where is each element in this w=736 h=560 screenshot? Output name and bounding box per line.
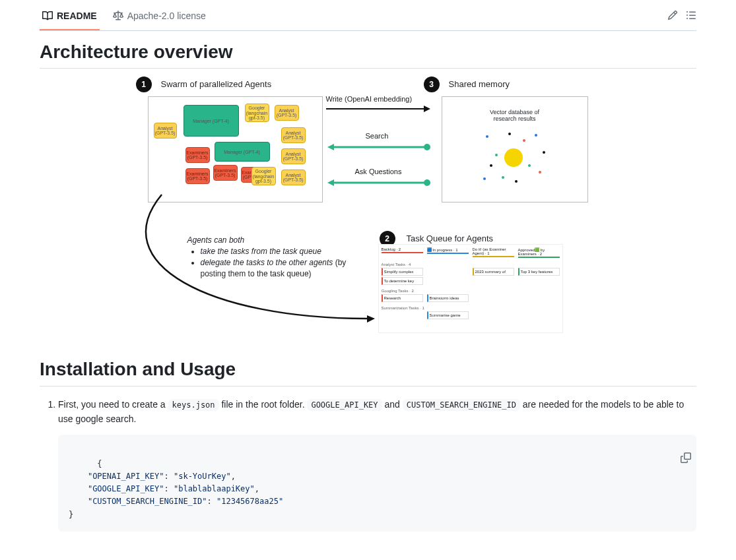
svg-marker-1 <box>424 106 430 112</box>
inline-code-keysjson: keys.json <box>168 399 219 411</box>
task-queue-box: Backlog · 2 🟦 In progress · 1 Do it! (as… <box>378 244 563 333</box>
swarm-box: Analyst (GPT-3.5) Manager (GPT-4) Manage… <box>148 96 323 202</box>
tq-card: Brainstorm ideas <box>427 294 469 302</box>
code-block-keys: { "OPENAI_API_KEY": "sk-YoUrKey", "GOOGL… <box>58 435 696 532</box>
tq-card: Summarise game <box>427 311 469 319</box>
note-item-1: take the tasks from the task queue <box>201 246 359 257</box>
step-label-2: Task Queue for Agents <box>407 233 494 243</box>
law-icon <box>113 11 123 21</box>
arrow-write <box>326 104 432 113</box>
agent-googler: Googler (langchain gpt-3.5) <box>245 104 269 122</box>
edit-button[interactable] <box>667 10 678 22</box>
agent-analyst4: Analyst (GPT-3.5) <box>281 148 306 164</box>
tab-license[interactable]: Apache-2.0 license <box>110 5 209 30</box>
arrow-label-ask: Ask Questions <box>355 168 402 175</box>
tab-readme[interactable]: README <box>40 5 100 30</box>
svg-marker-4 <box>327 144 334 150</box>
tq-col-approved: Approved🟩 by Examiners · 2 <box>518 247 560 258</box>
tq-col-inprogress: 🟦 In progress · 1 <box>427 247 469 254</box>
outline-button[interactable] <box>686 10 696 22</box>
tq-card: To determine key <box>382 277 423 285</box>
agent-analyst3: Analyst (GPT-3.5) <box>281 127 306 143</box>
agent-googler2: Googler (langchain gpt-3.5) <box>251 167 276 185</box>
arrow-label-search: Search <box>366 132 389 140</box>
tab-readme-label: README <box>57 11 97 21</box>
pencil-icon <box>667 10 678 20</box>
agent-examiner3: Examiners (GPT-3.5) <box>185 168 210 184</box>
tq-card: Simplify complex <box>382 268 423 276</box>
tq-section-summ: Summarization Tasks · 1 <box>382 306 560 310</box>
agent-manager2: Manager (GPT-4) <box>215 142 270 162</box>
tq-card: 2023 summary of <box>473 268 514 276</box>
readme-tabbar: README Apache-2.0 license <box>40 0 696 31</box>
agent-analyst2: Analyst (GPT-3.5) <box>275 105 299 121</box>
tq-section-analyst: Analyst Tasks · 4 <box>382 263 560 266</box>
agent-examiner2: Examiners (GPT-3.5) <box>213 165 238 181</box>
tq-section-googling: Googling Tasks · 2 <box>382 289 560 293</box>
agent-manager: Manager (GPT-4) <box>184 105 239 137</box>
tq-card: Research <box>382 294 423 302</box>
shared-memory-box: Vector database of research results <box>442 96 588 202</box>
install-steps: First, you need to create a keys.json fi… <box>40 397 696 427</box>
copy-icon <box>681 452 691 463</box>
step-badge-3: 3 <box>424 77 440 92</box>
agent-analyst5: Analyst (GPT-3.5) <box>281 170 306 185</box>
readme-content: Architecture overview 1 Swarm of paralle… <box>40 31 696 553</box>
heading-install: Installation and Usage <box>40 359 696 386</box>
agent-examiner: Examiners (GPT-3.5) <box>185 147 210 163</box>
architecture-diagram: 1 Swarm of parallelized Agents 3 Shared … <box>131 79 606 343</box>
tq-card: Top 3 key features <box>518 268 560 276</box>
heading-architecture: Architecture overview <box>40 42 696 69</box>
tq-col-doit: Do it! (as Examiner Agent) · 1 <box>473 247 514 257</box>
vector-db-graphic <box>475 125 554 191</box>
copy-button[interactable] <box>642 440 691 480</box>
tab-license-label: Apache-2.0 license <box>127 11 206 21</box>
arrow-ask <box>326 178 432 187</box>
svg-marker-8 <box>367 315 375 323</box>
inline-code-gapikey: GOOGLE_API_KEY <box>307 399 382 411</box>
step-label-3: Shared memory <box>449 79 510 89</box>
arrow-search <box>326 142 432 152</box>
install-step-1: First, you need to create a keys.json fi… <box>58 397 696 427</box>
svg-marker-7 <box>327 179 334 186</box>
arrow-label-write: Write (OpenAI embedding) <box>326 95 413 103</box>
list-unordered-icon <box>686 10 696 20</box>
step-label-1: Swarm of parallelized Agents <box>161 79 272 89</box>
note-item-2: delegate the tasks to the other agents (… <box>201 257 359 280</box>
shared-memory-text: Vector database of research results <box>490 109 539 122</box>
step-badge-1: 1 <box>136 77 152 92</box>
book-icon <box>42 11 53 21</box>
note-lead: Agents can both <box>187 235 245 245</box>
agents-note: Agents can both take the tasks from the … <box>187 235 359 279</box>
agent-analyst: Analyst (GPT-3.5) <box>154 123 177 139</box>
inline-code-cseid: CUSTOM_SEARCH_ENGINE_ID <box>403 399 520 411</box>
tq-col-backlog: Backlog · 2 <box>382 247 423 253</box>
